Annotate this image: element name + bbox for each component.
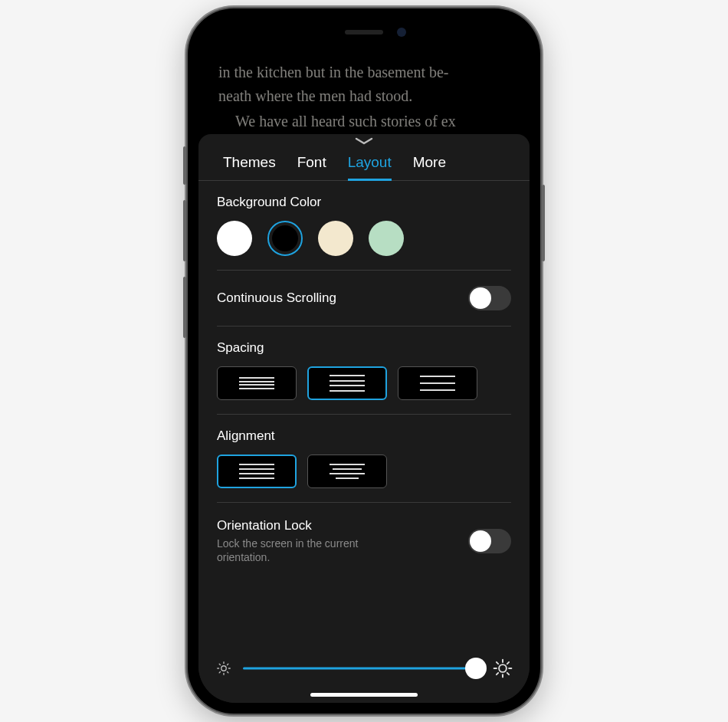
background-color-swatches (217, 221, 511, 256)
svg-point-9 (499, 665, 507, 672)
orientation-lock-description: Lock the screen in the current orientati… (217, 537, 401, 564)
section-title: Alignment (217, 428, 511, 444)
svg-line-16 (497, 673, 498, 674)
phone-frame: in the kitchen but in the basement be- n… (188, 8, 540, 714)
continuous-scrolling-row: Continuous Scrolling (217, 271, 511, 327)
book-line: in the kitchen but in the basement be- (218, 61, 510, 84)
home-indicator[interactable] (310, 693, 418, 697)
book-line: We have all heard such stories of ex (218, 110, 510, 133)
spacing-section: Spacing (217, 327, 511, 415)
collapse-handle[interactable] (198, 134, 530, 149)
svg-line-14 (497, 662, 498, 664)
toggle-knob (470, 287, 491, 309)
tab-bar: Themes Font Layout More (198, 149, 530, 181)
background-color-section: Background Color (217, 181, 511, 271)
notch (284, 19, 444, 45)
orientation-lock-row: Orientation Lock Lock the screen in the … (217, 503, 511, 579)
spacing-wide-icon (420, 373, 455, 393)
section-title: Spacing (217, 340, 511, 356)
brightness-slider[interactable] (243, 657, 482, 680)
svg-point-0 (221, 666, 226, 671)
align-justify-icon (239, 462, 274, 481)
alignment-section: Alignment (217, 415, 511, 503)
color-swatch-white[interactable] (217, 221, 252, 256)
tab-more[interactable]: More (413, 154, 446, 180)
brightness-high-icon (493, 658, 513, 678)
alignment-option-justify[interactable] (217, 455, 297, 488)
sheet-content[interactable]: Background Color Continuous Scrolling (198, 181, 530, 703)
spacing-option-medium[interactable] (307, 366, 387, 400)
continuous-scrolling-label: Continuous Scrolling (217, 290, 468, 306)
chevron-down-icon (353, 136, 375, 146)
screen: in the kitchen but in the basement be- n… (198, 19, 530, 703)
svg-line-5 (219, 664, 220, 665)
continuous-scrolling-toggle[interactable] (468, 286, 511, 310)
color-swatch-sepia[interactable] (318, 221, 353, 256)
tab-layout[interactable]: Layout (348, 154, 392, 181)
spacing-option-tight[interactable] (217, 366, 297, 400)
align-left-icon (330, 462, 365, 481)
brightness-low-icon (215, 660, 232, 677)
svg-line-15 (507, 673, 509, 674)
alignment-option-left[interactable] (307, 455, 387, 488)
color-swatch-black[interactable] (267, 221, 303, 256)
section-title: Background Color (217, 195, 511, 210)
orientation-lock-label: Orientation Lock (217, 518, 468, 533)
spacing-option-wide[interactable] (398, 366, 477, 400)
tab-themes[interactable]: Themes (223, 154, 276, 180)
color-swatch-mint[interactable] (369, 221, 404, 256)
spacing-tight-icon (239, 376, 274, 390)
slider-thumb[interactable] (465, 658, 487, 679)
slider-track (243, 668, 482, 670)
toggle-knob (470, 530, 491, 552)
svg-line-8 (228, 664, 228, 665)
book-line: neath where the men had stood. (218, 84, 510, 108)
svg-line-17 (507, 662, 509, 664)
svg-line-7 (219, 672, 220, 673)
svg-line-6 (228, 672, 228, 673)
spacing-medium-icon (330, 373, 365, 393)
settings-sheet: Themes Font Layout More Background Color (198, 134, 530, 703)
orientation-lock-toggle[interactable] (468, 529, 511, 553)
tab-font[interactable]: Font (297, 154, 326, 180)
